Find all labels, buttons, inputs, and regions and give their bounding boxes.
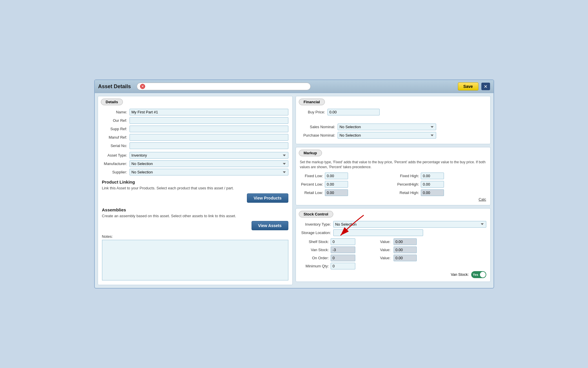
asset-type-row: Asset Type: Inventory [102, 152, 288, 159]
fixed-low-label: Fixed Low: [300, 174, 323, 178]
retail-high-input [421, 189, 444, 196]
percent-high-label: PercentHigh: [396, 182, 419, 186]
purchase-nominal-select[interactable]: No Selection [338, 132, 436, 139]
fixed-low-input[interactable] [325, 173, 348, 179]
markup-panel-body: Set the markup type, 'Fixed' adds that v… [296, 159, 490, 205]
save-button[interactable]: Save [458, 82, 478, 90]
fixed-high-input[interactable] [421, 173, 444, 179]
stock-control-content: Inventory Type: No Selection Storage Loc… [300, 221, 486, 278]
percent-high-input[interactable] [421, 181, 444, 188]
van-stock-toggle-row: Van Stock: Yes [300, 271, 486, 278]
retail-high-row: Retail High: [396, 189, 486, 196]
storage-location-label: Storage Location: [300, 231, 333, 235]
on-order-row: On Order: Value: [300, 255, 486, 261]
on-order-value-label: Value: [380, 256, 392, 260]
toggle-knob [480, 272, 486, 278]
name-input[interactable] [130, 109, 288, 115]
serial-no-label: Serial No: [102, 144, 130, 148]
markup-panel: Markup Set the markup type, 'Fixed' adds… [296, 147, 491, 205]
inventory-type-select[interactable]: No Selection [333, 221, 486, 228]
retail-low-input [325, 189, 348, 196]
inventory-type-row: Inventory Type: No Selection [300, 221, 486, 228]
supp-ref-row: Supp Ref: [102, 126, 288, 132]
retail-low-label: Retail Low: [300, 191, 323, 195]
serial-no-row: Serial No: [102, 142, 288, 149]
markup-grid: Fixed Low: Fixed High: Percent Low: [300, 173, 486, 196]
asset-details-window: Asset Details ✕ Save ✕ Details Name: Our… [94, 79, 494, 288]
assemblies-title: Assemblies [102, 207, 288, 212]
van-stock-toggle-label: Van Stock: [451, 272, 469, 277]
manuf-ref-row: Manuf Ref: [102, 134, 288, 141]
details-panel-body: Name: Our Ref: Supp Ref: Manuf Ref: Seri… [98, 108, 292, 284]
shelf-stock-row: Shelf Stock: Value: [300, 238, 486, 245]
supp-ref-input[interactable] [130, 126, 288, 132]
assemblies-desc: Create an assembly based on this asset. … [102, 213, 288, 219]
percent-low-input[interactable] [325, 181, 348, 188]
retail-high-label: Retail High: [396, 191, 419, 195]
sales-nominal-select[interactable]: No Selection [338, 124, 436, 130]
supplier-select[interactable]: No Selection [130, 169, 288, 175]
van-stock-input [331, 246, 355, 253]
purchase-nominal-label: Purchase Nominal: [300, 133, 338, 137]
shelf-value-label: Value: [380, 240, 392, 244]
purchase-nominal-row: Purchase Nominal: No Selection [300, 132, 486, 139]
title-bar: Asset Details ✕ Save ✕ [95, 80, 494, 93]
our-ref-input[interactable] [130, 117, 288, 124]
asset-type-label: Asset Type: [102, 153, 130, 157]
on-order-input [331, 255, 355, 261]
percent-low-label: Percent Low: [300, 182, 323, 186]
stock-control-header: Stock Control [299, 211, 333, 217]
manuf-ref-input[interactable] [130, 134, 288, 141]
manufacturer-row: Manufacturer: No Selection [102, 160, 288, 167]
on-order-value-input [394, 255, 417, 261]
stock-control-panel: Stock Control Inventory Type: No Selecti… [296, 208, 491, 282]
close-button[interactable]: ✕ [481, 83, 490, 90]
search-box: ✕ [137, 83, 311, 90]
view-products-button[interactable]: View Products [247, 193, 288, 203]
sales-nominal-row: Sales Nominal: No Selection [300, 124, 486, 130]
financial-panel-header: Financial [299, 99, 325, 105]
buy-price-row: Buy Price: [300, 109, 486, 115]
min-qty-input[interactable] [331, 263, 355, 269]
van-stock-toggle[interactable]: Yes [471, 271, 486, 278]
markup-panel-header: Markup [299, 150, 322, 156]
min-qty-label: Minimum Qty: [300, 264, 329, 268]
shelf-stock-input[interactable] [331, 238, 355, 245]
financial-panel: Financial Buy Price: Sales Nominal: No S… [296, 96, 491, 144]
serial-no-input[interactable] [130, 142, 288, 149]
calc-link[interactable]: Calc [300, 197, 486, 202]
manuf-ref-label: Manuf Ref: [102, 135, 130, 139]
right-column: Financial Buy Price: Sales Nominal: No S… [296, 96, 491, 285]
toggle-yes-label: Yes [473, 273, 478, 276]
manufacturer-select[interactable]: No Selection [130, 160, 288, 167]
storage-location-row: Storage Location: [300, 229, 486, 236]
van-value-label: Value: [380, 248, 392, 252]
details-panel-header: Details [101, 99, 123, 105]
van-stock-row: Van Stock: Value: [300, 246, 486, 253]
fixed-high-label: Fixed High: [396, 174, 419, 178]
notes-textarea[interactable] [102, 240, 288, 280]
min-qty-row: Minimum Qty: [300, 263, 486, 269]
product-linking-desc: Link this Asset to your Products. Select… [102, 186, 288, 191]
storage-location-input[interactable] [333, 229, 423, 236]
inventory-type-label: Inventory Type: [300, 222, 333, 226]
financial-panel-body: Buy Price: Sales Nominal: No Selection P… [296, 108, 490, 144]
search-input[interactable] [147, 84, 307, 89]
clear-search-button[interactable]: ✕ [140, 84, 145, 89]
window-title: Asset Details [98, 84, 131, 90]
sales-nominal-label: Sales Nominal: [300, 125, 338, 129]
van-value-input [394, 246, 417, 253]
product-linking-title: Product Linking [102, 180, 288, 184]
buy-price-input[interactable] [327, 109, 380, 115]
fixed-high-row: Fixed High: [396, 173, 486, 179]
van-stock-label: Van Stock: [300, 248, 329, 252]
view-assets-button[interactable]: View Assets [252, 221, 288, 230]
shelf-stock-label: Shelf Stock: [300, 240, 329, 244]
name-row: Name: [102, 109, 288, 115]
supp-ref-label: Supp Ref: [102, 127, 130, 131]
supplier-label: Supplier: [102, 170, 130, 174]
asset-type-select[interactable]: Inventory [130, 152, 288, 159]
manufacturer-label: Manufacturer: [102, 162, 130, 166]
markup-desc: Set the markup type, 'Fixed' adds that v… [300, 160, 486, 170]
supplier-row: Supplier: No Selection [102, 169, 288, 175]
